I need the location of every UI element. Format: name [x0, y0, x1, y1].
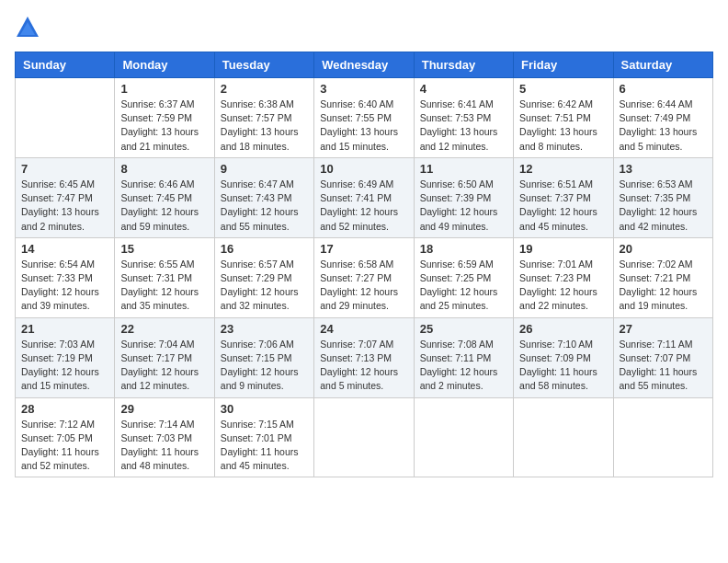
- calendar-week-row: 7Sunrise: 6:45 AM Sunset: 7:47 PM Daylig…: [16, 157, 713, 237]
- calendar-cell: 24Sunrise: 7:07 AM Sunset: 7:13 PM Dayli…: [314, 317, 414, 397]
- calendar-cell: 4Sunrise: 6:41 AM Sunset: 7:53 PM Daylig…: [414, 78, 513, 158]
- day-info: Sunrise: 6:46 AM Sunset: 7:45 PM Dayligh…: [120, 178, 208, 234]
- calendar-cell: 5Sunrise: 6:42 AM Sunset: 7:51 PM Daylig…: [514, 78, 613, 158]
- calendar-week-row: 21Sunrise: 7:03 AM Sunset: 7:19 PM Dayli…: [16, 317, 713, 397]
- day-info: Sunrise: 6:47 AM Sunset: 7:43 PM Dayligh…: [221, 178, 308, 234]
- day-info: Sunrise: 7:10 AM Sunset: 7:09 PM Dayligh…: [519, 338, 607, 394]
- calendar-cell: 3Sunrise: 6:40 AM Sunset: 7:55 PM Daylig…: [314, 78, 414, 158]
- calendar-cell: 12Sunrise: 6:51 AM Sunset: 7:37 PM Dayli…: [514, 157, 613, 237]
- day-info: Sunrise: 7:15 AM Sunset: 7:01 PM Dayligh…: [221, 418, 308, 474]
- calendar-cell: 30Sunrise: 7:15 AM Sunset: 7:01 PM Dayli…: [214, 397, 313, 477]
- day-header: Thursday: [414, 52, 513, 78]
- day-info: Sunrise: 6:38 AM Sunset: 7:57 PM Dayligh…: [221, 98, 308, 154]
- day-number: 15: [120, 242, 208, 256]
- calendar-cell: 18Sunrise: 6:59 AM Sunset: 7:25 PM Dayli…: [414, 237, 513, 317]
- day-number: 21: [21, 322, 108, 336]
- calendar-cell: 13Sunrise: 6:53 AM Sunset: 7:35 PM Dayli…: [613, 157, 712, 237]
- calendar-cell: 14Sunrise: 6:54 AM Sunset: 7:33 PM Dayli…: [16, 237, 115, 317]
- day-info: Sunrise: 7:02 AM Sunset: 7:21 PM Dayligh…: [620, 258, 707, 314]
- day-number: 17: [320, 242, 407, 256]
- calendar-cell: [414, 397, 513, 477]
- day-info: Sunrise: 7:12 AM Sunset: 7:05 PM Dayligh…: [21, 418, 108, 474]
- day-header: Monday: [115, 52, 214, 78]
- page-header: [15, 15, 713, 40]
- calendar-cell: 21Sunrise: 7:03 AM Sunset: 7:19 PM Dayli…: [16, 317, 115, 397]
- calendar-cell: 1Sunrise: 6:37 AM Sunset: 7:59 PM Daylig…: [115, 78, 214, 158]
- calendar-cell: [613, 397, 712, 477]
- day-info: Sunrise: 6:57 AM Sunset: 7:29 PM Dayligh…: [221, 258, 308, 314]
- logo-icon: [15, 15, 40, 40]
- day-number: 29: [120, 402, 208, 416]
- day-number: 14: [21, 242, 108, 256]
- day-number: 4: [420, 82, 507, 96]
- calendar-cell: 20Sunrise: 7:02 AM Sunset: 7:21 PM Dayli…: [613, 237, 712, 317]
- day-info: Sunrise: 7:14 AM Sunset: 7:03 PM Dayligh…: [120, 418, 208, 474]
- calendar-week-row: 14Sunrise: 6:54 AM Sunset: 7:33 PM Dayli…: [16, 237, 713, 317]
- calendar-cell: 7Sunrise: 6:45 AM Sunset: 7:47 PM Daylig…: [16, 157, 115, 237]
- day-number: 12: [519, 162, 607, 176]
- day-number: 7: [21, 162, 108, 176]
- day-number: 19: [519, 242, 607, 256]
- calendar-cell: 29Sunrise: 7:14 AM Sunset: 7:03 PM Dayli…: [115, 397, 214, 477]
- day-number: 30: [221, 402, 308, 416]
- day-number: 5: [519, 82, 607, 96]
- calendar-cell: [514, 397, 613, 477]
- day-info: Sunrise: 7:01 AM Sunset: 7:23 PM Dayligh…: [519, 258, 607, 314]
- day-number: 1: [120, 82, 208, 96]
- day-info: Sunrise: 7:11 AM Sunset: 7:07 PM Dayligh…: [620, 338, 707, 394]
- calendar-cell: 15Sunrise: 6:55 AM Sunset: 7:31 PM Dayli…: [115, 237, 214, 317]
- calendar-cell: 2Sunrise: 6:38 AM Sunset: 7:57 PM Daylig…: [214, 78, 313, 158]
- calendar-cell: 19Sunrise: 7:01 AM Sunset: 7:23 PM Dayli…: [514, 237, 613, 317]
- calendar-cell: 22Sunrise: 7:04 AM Sunset: 7:17 PM Dayli…: [115, 317, 214, 397]
- calendar-cell: 23Sunrise: 7:06 AM Sunset: 7:15 PM Dayli…: [214, 317, 313, 397]
- day-info: Sunrise: 6:51 AM Sunset: 7:37 PM Dayligh…: [519, 178, 607, 234]
- day-info: Sunrise: 6:53 AM Sunset: 7:35 PM Dayligh…: [620, 178, 707, 234]
- calendar-header-row: SundayMondayTuesdayWednesdayThursdayFrid…: [16, 52, 713, 78]
- calendar-week-row: 28Sunrise: 7:12 AM Sunset: 7:05 PM Dayli…: [16, 397, 713, 477]
- day-number: 10: [320, 162, 407, 176]
- calendar-table: SundayMondayTuesdayWednesdayThursdayFrid…: [15, 52, 713, 477]
- day-number: 2: [221, 82, 308, 96]
- day-number: 16: [221, 242, 308, 256]
- day-info: Sunrise: 6:40 AM Sunset: 7:55 PM Dayligh…: [320, 98, 407, 154]
- day-number: 20: [620, 242, 707, 256]
- day-info: Sunrise: 7:04 AM Sunset: 7:17 PM Dayligh…: [120, 338, 208, 394]
- day-number: 3: [320, 82, 407, 96]
- calendar-cell: 8Sunrise: 6:46 AM Sunset: 7:45 PM Daylig…: [115, 157, 214, 237]
- calendar-cell: 26Sunrise: 7:10 AM Sunset: 7:09 PM Dayli…: [514, 317, 613, 397]
- calendar-cell: 28Sunrise: 7:12 AM Sunset: 7:05 PM Dayli…: [16, 397, 115, 477]
- day-number: 27: [620, 322, 707, 336]
- day-number: 24: [320, 322, 407, 336]
- day-header: Wednesday: [314, 52, 414, 78]
- calendar-cell: 16Sunrise: 6:57 AM Sunset: 7:29 PM Dayli…: [214, 237, 313, 317]
- calendar-cell: 27Sunrise: 7:11 AM Sunset: 7:07 PM Dayli…: [613, 317, 712, 397]
- day-header: Saturday: [613, 52, 712, 78]
- calendar-cell: [16, 78, 115, 158]
- day-number: 23: [221, 322, 308, 336]
- day-info: Sunrise: 6:50 AM Sunset: 7:39 PM Dayligh…: [420, 178, 507, 234]
- day-number: 22: [120, 322, 208, 336]
- calendar-cell: 9Sunrise: 6:47 AM Sunset: 7:43 PM Daylig…: [214, 157, 313, 237]
- day-number: 8: [120, 162, 208, 176]
- calendar-week-row: 1Sunrise: 6:37 AM Sunset: 7:59 PM Daylig…: [16, 78, 713, 158]
- calendar-cell: 10Sunrise: 6:49 AM Sunset: 7:41 PM Dayli…: [314, 157, 414, 237]
- day-header: Sunday: [16, 52, 115, 78]
- logo: [15, 15, 44, 40]
- day-number: 18: [420, 242, 507, 256]
- day-info: Sunrise: 6:37 AM Sunset: 7:59 PM Dayligh…: [120, 98, 208, 154]
- day-info: Sunrise: 6:41 AM Sunset: 7:53 PM Dayligh…: [420, 98, 507, 154]
- day-number: 11: [420, 162, 507, 176]
- day-number: 13: [620, 162, 707, 176]
- day-info: Sunrise: 6:45 AM Sunset: 7:47 PM Dayligh…: [21, 178, 108, 234]
- day-number: 28: [21, 402, 108, 416]
- day-info: Sunrise: 6:55 AM Sunset: 7:31 PM Dayligh…: [120, 258, 208, 314]
- day-info: Sunrise: 6:58 AM Sunset: 7:27 PM Dayligh…: [320, 258, 407, 314]
- day-info: Sunrise: 6:42 AM Sunset: 7:51 PM Dayligh…: [519, 98, 607, 154]
- day-info: Sunrise: 7:07 AM Sunset: 7:13 PM Dayligh…: [320, 338, 407, 394]
- calendar-cell: 11Sunrise: 6:50 AM Sunset: 7:39 PM Dayli…: [414, 157, 513, 237]
- calendar-cell: [314, 397, 414, 477]
- day-info: Sunrise: 6:44 AM Sunset: 7:49 PM Dayligh…: [620, 98, 707, 154]
- calendar-cell: 17Sunrise: 6:58 AM Sunset: 7:27 PM Dayli…: [314, 237, 414, 317]
- day-number: 9: [221, 162, 308, 176]
- day-number: 25: [420, 322, 507, 336]
